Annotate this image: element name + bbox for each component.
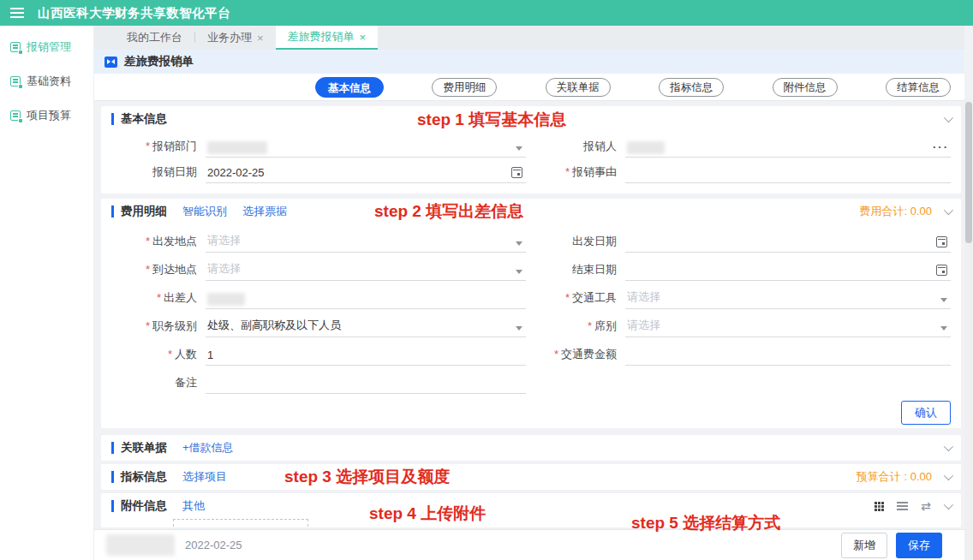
redacted-value xyxy=(207,293,245,306)
dropdown-arrow-icon[interactable] xyxy=(516,270,522,274)
select-invoice-link[interactable]: 选择票据 xyxy=(242,204,287,219)
upload-dropzone[interactable] xyxy=(173,519,308,527)
dropdown-arrow-icon[interactable] xyxy=(516,326,522,331)
add-loan-info-link[interactable]: +借款信息 xyxy=(182,440,234,456)
form-icon xyxy=(104,57,117,68)
field-label: 到达地点 xyxy=(152,263,197,276)
vertical-scrollbar[interactable] xyxy=(964,98,973,560)
close-icon[interactable]: × xyxy=(360,31,367,44)
tab-label: 我的工作台 xyxy=(127,30,182,45)
placeholder-text: 请选择 xyxy=(627,289,660,305)
field-label: 报销事由 xyxy=(572,165,617,178)
document-icon xyxy=(10,76,21,86)
section-attachment-info: 附件信息 其他 ⇄ xyxy=(101,493,961,527)
section-marker xyxy=(111,471,114,483)
dropdown-arrow-icon[interactable] xyxy=(940,298,947,302)
field-label: 人数 xyxy=(175,348,197,360)
qr-code-icon[interactable] xyxy=(875,502,884,511)
confirm-button[interactable]: 确认 xyxy=(901,401,951,425)
dropdown-arrow-icon[interactable] xyxy=(940,326,947,331)
hamburger-menu-icon[interactable] xyxy=(10,8,24,9)
save-button[interactable]: 保存 xyxy=(896,533,942,558)
people-count-field[interactable]: 1 xyxy=(206,345,526,366)
expense-total: 费用合计: 0.00 xyxy=(859,204,932,219)
footer-bar: 2022-02-25 新增 保存 xyxy=(94,529,964,560)
rank-select[interactable]: 处级、副高职称及以下人员 xyxy=(206,317,526,337)
field-label: 交通工具 xyxy=(572,291,617,304)
end-date-field[interactable] xyxy=(625,260,951,281)
traveler-field[interactable] xyxy=(206,289,526,309)
section-related-docs: 关联单据 +借款信息 xyxy=(101,435,961,461)
pill-indicator-info[interactable]: 指标信息 xyxy=(659,78,724,97)
sidebar-item-project-budget[interactable]: 项目预算 xyxy=(0,103,93,128)
reason-field[interactable] xyxy=(625,163,951,183)
pill-attachment-info[interactable]: 附件信息 xyxy=(773,78,838,97)
more-options-icon[interactable]: ··· xyxy=(933,140,949,153)
field-label: 结束日期 xyxy=(572,263,617,276)
chevron-down-icon[interactable] xyxy=(944,206,953,215)
tab-travel-expense-form[interactable]: 差旅费报销单 × xyxy=(276,26,379,50)
list-view-icon[interactable] xyxy=(897,502,908,503)
transport-fee-field[interactable] xyxy=(625,345,951,366)
field-label: 席别 xyxy=(594,319,617,332)
dropdown-arrow-icon[interactable] xyxy=(516,146,522,151)
sidebar-item-label: 项目预算 xyxy=(27,108,71,123)
calendar-icon[interactable] xyxy=(511,167,522,178)
sidebar-item-label: 基础资料 xyxy=(27,74,71,89)
pill-settlement-info[interactable]: 结算信息 xyxy=(886,78,951,97)
section-expense-detail: 费用明细 智能识别 选择票据 费用合计: 0.00 *出发地点 请选择 xyxy=(101,199,961,428)
close-icon[interactable]: × xyxy=(257,32,264,45)
dropdown-arrow-icon[interactable] xyxy=(516,241,522,246)
add-new-button[interactable]: 新增 xyxy=(841,533,887,558)
app-title: 山西医科大学财务共享数智化平台 xyxy=(38,5,230,21)
pill-basic-info[interactable]: 基本信息 xyxy=(315,77,384,98)
other-attachment-link[interactable]: 其他 xyxy=(182,498,205,514)
sidebar-item-base-data[interactable]: 基础资料 xyxy=(0,69,93,94)
pill-related-docs[interactable]: 关联单据 xyxy=(546,78,611,97)
chevron-down-icon[interactable] xyxy=(944,471,953,480)
person-field[interactable]: ··· xyxy=(625,137,951,158)
page-title: 差旅费报销单 xyxy=(124,54,194,69)
scrollbar-thumb[interactable] xyxy=(965,102,972,243)
select-project-link[interactable]: 选择项目 xyxy=(182,469,227,485)
section-title: 指标信息 xyxy=(121,469,167,485)
form-content: 基本信息 *报销部门 报销人 · xyxy=(94,101,964,529)
swap-icon[interactable]: ⇄ xyxy=(921,500,931,512)
depart-place-select[interactable]: 请选择 xyxy=(206,232,526,253)
required-asterisk: * xyxy=(565,165,570,178)
redacted-value xyxy=(207,141,267,154)
required-asterisk: * xyxy=(157,291,161,304)
arrive-place-select[interactable]: 请选择 xyxy=(206,260,526,281)
app-header: 山西医科大学财务共享数智化平台 xyxy=(0,0,973,26)
transport-select[interactable]: 请选择 xyxy=(625,289,951,309)
footer-date: 2022-02-25 xyxy=(185,539,242,551)
sidebar-item-reimburse-mgmt[interactable]: 报销管理 xyxy=(0,34,93,60)
calendar-icon[interactable] xyxy=(936,236,947,247)
tab-my-workbench[interactable]: 我的工作台 xyxy=(115,26,194,50)
seat-select[interactable]: 请选择 xyxy=(625,317,951,337)
chevron-down-icon[interactable] xyxy=(944,113,953,122)
tab-business-handling[interactable]: 业务办理 × xyxy=(195,26,276,50)
sidebar: 报销管理 基础资料 项目预算 xyxy=(0,26,94,560)
field-label: 职务级别 xyxy=(152,319,197,332)
dept-select[interactable] xyxy=(206,137,526,158)
pill-expense-detail[interactable]: 费用明细 xyxy=(432,78,497,97)
placeholder-text: 请选择 xyxy=(207,261,241,277)
section-title: 费用明细 xyxy=(121,204,167,219)
chevron-down-icon[interactable] xyxy=(944,442,953,451)
depart-date-field[interactable] xyxy=(625,232,951,253)
smart-recognition-link[interactable]: 智能识别 xyxy=(182,204,227,219)
calendar-icon[interactable] xyxy=(936,265,947,276)
required-asterisk: * xyxy=(554,348,558,360)
tab-label: 差旅费报销单 xyxy=(288,29,355,45)
field-label: 报销日期 xyxy=(152,165,197,178)
page-title-bar: 差旅费报销单 xyxy=(94,50,964,74)
field-label: 报销人 xyxy=(583,140,617,152)
field-label: 出差人 xyxy=(164,291,197,304)
field-value: 1 xyxy=(207,349,213,361)
section-marker xyxy=(111,113,114,125)
required-asterisk: * xyxy=(565,291,570,304)
chevron-down-icon[interactable] xyxy=(944,500,953,509)
remark-field[interactable] xyxy=(206,373,526,394)
date-field[interactable]: 2022-02-25 xyxy=(206,163,526,183)
